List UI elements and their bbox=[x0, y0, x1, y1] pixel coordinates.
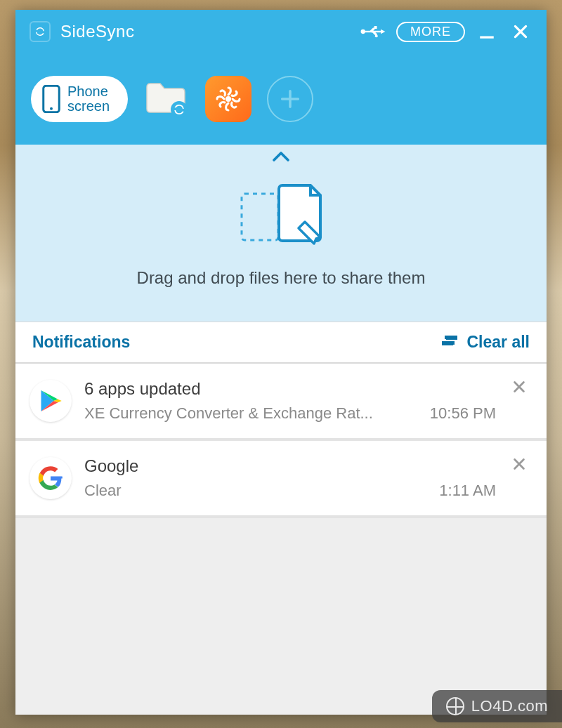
watermark: LO4D.com bbox=[432, 690, 562, 722]
toolbar: Phone screen bbox=[15, 53, 547, 145]
more-button[interactable]: MORE bbox=[396, 22, 465, 42]
svg-point-8 bbox=[226, 96, 231, 102]
folder-sync-button[interactable] bbox=[143, 76, 190, 122]
app-logo-icon bbox=[30, 21, 51, 42]
usb-icon[interactable] bbox=[360, 23, 386, 40]
notifications-title: Notifications bbox=[32, 333, 130, 352]
google-icon bbox=[30, 457, 72, 499]
plus-icon bbox=[278, 87, 302, 111]
clear-all-button[interactable]: Clear all bbox=[439, 333, 530, 352]
collapse-toggle[interactable] bbox=[15, 145, 547, 167]
dismiss-notification-button[interactable] bbox=[509, 456, 530, 475]
phone-icon bbox=[42, 85, 60, 113]
notification-title: Google bbox=[84, 456, 496, 476]
play-store-icon bbox=[30, 380, 72, 422]
notification-item[interactable]: Google Clear 1:11 AM bbox=[15, 441, 547, 518]
clear-all-icon bbox=[439, 336, 457, 350]
globe-icon bbox=[446, 697, 464, 715]
svg-rect-2 bbox=[374, 26, 377, 29]
app-window: SideSync MORE Phone screen bbox=[15, 10, 547, 715]
dismiss-notification-button[interactable] bbox=[509, 379, 530, 397]
svg-rect-14 bbox=[442, 343, 453, 345]
notification-subtitle: Clear bbox=[84, 482, 425, 500]
dropzone[interactable]: Drag and drop files here to share them bbox=[15, 167, 547, 322]
dropzone-text: Drag and drop files here to share them bbox=[137, 268, 426, 288]
phone-screen-button[interactable]: Phone screen bbox=[31, 76, 128, 122]
svg-rect-9 bbox=[242, 194, 278, 240]
svg-point-3 bbox=[375, 34, 378, 37]
titlebar: SideSync MORE bbox=[15, 10, 547, 53]
notification-subtitle: XE Currency Converter & Exchange Rat... bbox=[84, 404, 416, 423]
chevron-up-icon bbox=[270, 149, 292, 164]
app-title: SideSync bbox=[60, 22, 134, 41]
folder-icon bbox=[144, 79, 189, 119]
svg-point-6 bbox=[50, 107, 53, 110]
drag-drop-files-icon bbox=[232, 180, 330, 250]
svg-point-7 bbox=[171, 101, 188, 118]
svg-rect-4 bbox=[480, 37, 494, 39]
notification-time: 10:56 PM bbox=[430, 404, 496, 423]
add-button[interactable] bbox=[267, 76, 313, 122]
watermark-text: LO4D.com bbox=[471, 697, 548, 715]
close-icon bbox=[511, 379, 527, 395]
close-window-button[interactable] bbox=[509, 20, 532, 44]
notification-body: 6 apps updated XE Currency Converter & E… bbox=[84, 379, 496, 423]
close-icon bbox=[511, 456, 527, 472]
notification-body: Google Clear 1:11 AM bbox=[84, 456, 496, 500]
notification-item[interactable]: 6 apps updated XE Currency Converter & E… bbox=[15, 364, 547, 441]
minimize-button[interactable] bbox=[475, 20, 499, 44]
phone-screen-label: Phone screen bbox=[67, 84, 110, 114]
empty-area bbox=[15, 518, 547, 715]
notification-title: 6 apps updated bbox=[84, 379, 496, 399]
clear-all-label: Clear all bbox=[467, 333, 530, 352]
gallery-button[interactable] bbox=[205, 76, 251, 122]
svg-rect-13 bbox=[446, 337, 457, 340]
notifications-header: Notifications Clear all bbox=[15, 322, 547, 364]
gallery-flower-icon bbox=[213, 84, 244, 114]
notification-time: 1:11 AM bbox=[439, 482, 496, 500]
